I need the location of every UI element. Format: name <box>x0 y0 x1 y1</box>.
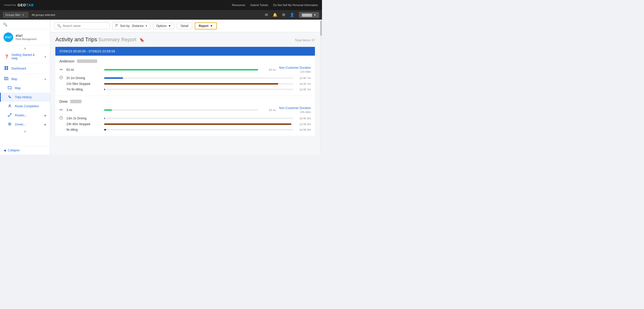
gear-icon[interactable]: ⚙ <box>282 13 285 17</box>
report-area: Activity and Trips Summary Report 🔖 Tota… <box>50 32 320 155</box>
driving-max-anderson: 1d 0h 7m <box>296 77 311 80</box>
driving-label-anderson: 2h 1m Driving <box>66 76 102 80</box>
sidebar-item-dashboard[interactable]: Dashboard <box>0 64 50 73</box>
divider-1 <box>0 63 50 63</box>
second-bar-icons: ✉ 🔔 ⚙ 👤 ▓▓▓▓▓ ▼ <box>265 12 319 18</box>
metric-stopped-drew: 23h 46m Stopped 1d 0h 0m <box>59 122 311 126</box>
sidebar-nav: ❓ Getting Started & Help ▼ Dashboard Map… <box>0 51 50 129</box>
brand-name: AT&T <box>16 34 36 38</box>
sidebar-label-getting-started: Getting Started & Help <box>12 53 42 60</box>
stopped-max-anderson: 1d 0h 7m <box>296 82 311 85</box>
stopped-label-anderson: 21h 58m Stopped <box>66 82 102 86</box>
metric-stopped-anderson: 21h 58m Stopped 1d 0h 7m <box>59 82 311 86</box>
toolbar: 🔍 Sort by: Distance ▼ Options ▼ Deta <box>50 20 320 32</box>
idling-max-drew: 1d 0h 0m <box>296 128 311 131</box>
clock-driving-icon-drew <box>59 116 64 120</box>
sort-button[interactable]: Sort by: Distance ▼ <box>112 22 150 29</box>
distance-max-anderson: 63 mi <box>261 68 276 71</box>
sidebar-scroll-up[interactable]: ▲ <box>0 45 50 51</box>
sidebar-search: 🔍 <box>0 20 50 29</box>
powered-by-text: Powered by <box>4 4 16 7</box>
distance-icon <box>59 68 64 72</box>
groups-filter-button[interactable]: Groups filter ▼ <box>3 12 28 18</box>
help-icon: ❓ <box>4 54 9 59</box>
svg-rect-2 <box>5 68 6 70</box>
distance-icon-drew <box>59 108 64 112</box>
name-blur-drew <box>70 100 82 103</box>
top-nav-links: Resources Submit Tickets Do Not Sell My … <box>232 4 318 7</box>
driving-max-drew: 1d 0h 0m <box>296 117 311 120</box>
options-chevron-icon: ▼ <box>168 24 171 28</box>
idling-bar-anderson <box>104 89 293 90</box>
submit-tickets-link[interactable]: Submit Tickets <box>250 4 268 7</box>
groups-filter-label: Groups filter <box>5 13 20 16</box>
user-menu-chevron-icon: ▼ <box>313 13 316 16</box>
do-not-sell-link[interactable]: Do Not Sell My Personal Information <box>273 4 318 7</box>
driving-bar-fill-drew <box>104 118 105 119</box>
detail-button[interactable]: Detail <box>177 23 192 29</box>
date-range-header: 07/06/23 00:00:00 - 07/06/23 23:59:59 <box>55 47 315 56</box>
svg-marker-7 <box>8 86 11 89</box>
metric-driving-drew: 13m 2s Driving 1d 0h 0m <box>59 116 311 120</box>
svg-rect-3 <box>7 68 8 70</box>
zones-arrow-icon: ▶ <box>45 123 47 126</box>
report-button[interactable]: Report ▼ <box>195 22 217 29</box>
sidebar-label-route-completion: Route Completion <box>15 105 47 108</box>
map-parent-icon <box>4 77 9 81</box>
sidebar-collapse-button[interactable]: ◀ Collapse <box>0 146 50 155</box>
non-customer-anderson: Non-Customer Duration 21h 58m <box>278 66 311 74</box>
driving-bar-drew <box>104 118 293 119</box>
sidebar-item-route-completion[interactable]: Route Completion <box>0 102 50 111</box>
svg-rect-0 <box>5 66 6 68</box>
search-box-icon: 🔍 <box>57 24 61 28</box>
stopped-max-drew: 1d 0h 0m <box>296 123 311 126</box>
sidebar-item-routes[interactable]: Routes... ▶ <box>0 111 50 120</box>
svg-point-23 <box>60 109 61 110</box>
clock-driving-icon-anderson <box>59 76 64 80</box>
options-button[interactable]: Options ▼ <box>153 23 174 29</box>
collapse-icon: ◀ <box>4 149 6 152</box>
mail-icon[interactable]: ✉ <box>265 13 268 17</box>
scrollbar-thumb[interactable] <box>320 21 322 36</box>
idling-bar-drew <box>104 129 293 130</box>
person-row-anderson: Anderson 63 mi 63 mi <box>55 56 315 96</box>
metric-idling-anderson: 7m 9s Idling 1d 0h 7m <box>59 88 311 91</box>
sidebar-item-getting-started[interactable]: ❓ Getting Started & Help ▼ <box>0 51 50 62</box>
distance-bar-anderson <box>104 69 258 71</box>
date-range-text: 07/06/23 00:00:00 - 07/06/23 23:59:59 <box>59 49 115 53</box>
user-menu-button[interactable]: ▓▓▓▓▓ ▼ <box>299 12 319 18</box>
sidebar-item-trips-history[interactable]: Trips History <box>0 93 50 102</box>
user-icon[interactable]: 👤 <box>290 13 295 17</box>
content-wrapper: 🔍 Sort by: Distance ▼ Options ▼ Deta <box>50 20 322 155</box>
vertical-scrollbar[interactable] <box>320 20 322 155</box>
person-name-drew: Drew <box>59 99 311 104</box>
sidebar-item-map-sub[interactable]: Map <box>0 84 50 93</box>
stopped-bar-fill-anderson <box>104 83 278 85</box>
att-logo: AT&T <box>4 32 13 42</box>
user-name-text: ▓▓▓▓▓ <box>302 13 312 16</box>
sidebar-label-dashboard: Dashboard <box>11 67 47 70</box>
routes-icon <box>8 113 12 118</box>
sidebar-label-routes: Routes... <box>15 114 42 117</box>
bookmark-icon: 🔖 <box>139 38 144 42</box>
metric-distance-anderson: 63 mi 63 mi Non-Customer Duration 21h 58… <box>59 66 311 74</box>
search-box[interactable]: 🔍 <box>54 22 110 29</box>
sidebar-scroll-down[interactable]: ▼ <box>0 129 50 134</box>
distance-bar-drew <box>104 109 258 111</box>
non-customer-time-anderson: 21h 58m <box>278 70 311 74</box>
name-blur-anderson <box>77 59 97 63</box>
non-customer-label-drew: Non-Customer Duration <box>278 106 311 110</box>
sidebar-item-zones[interactable]: Zones... ▶ <box>0 120 50 129</box>
search-input[interactable] <box>63 24 100 28</box>
sidebar-item-map-parent[interactable]: Map ▲ <box>0 74 50 84</box>
trips-history-icon <box>8 95 12 99</box>
sort-chevron-icon: ▼ <box>145 24 148 27</box>
routes-arrow-icon: ▶ <box>45 114 47 117</box>
svg-point-24 <box>61 109 62 110</box>
metric-driving-anderson: 2h 1m Driving 1d 0h 7m <box>59 76 311 80</box>
report-chevron-icon: ▼ <box>210 24 213 28</box>
svg-point-18 <box>61 69 62 70</box>
resources-link[interactable]: Resources <box>232 4 245 7</box>
bell-icon[interactable]: 🔔 <box>273 13 277 17</box>
idling-bar-fill-drew <box>104 129 106 130</box>
